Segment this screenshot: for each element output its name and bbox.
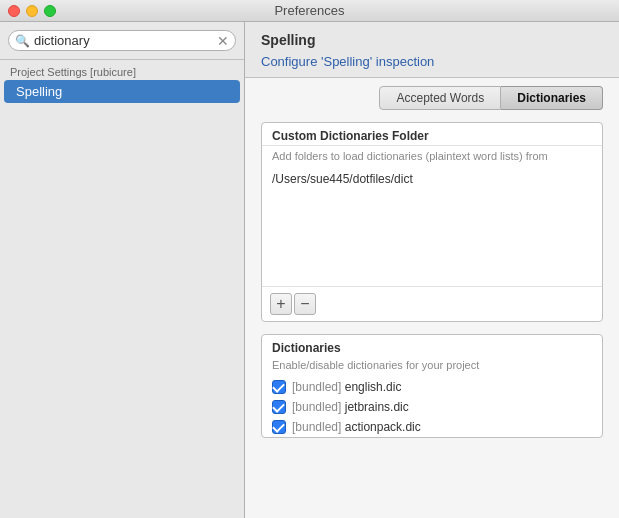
sidebar-group-label: Project Settings [rubicure] bbox=[0, 60, 244, 80]
add-folder-button[interactable]: + bbox=[270, 293, 292, 315]
search-input[interactable] bbox=[34, 33, 213, 48]
dict-label-actionpack: [bundled] actionpack.dic bbox=[292, 420, 421, 434]
window-title: Preferences bbox=[274, 3, 344, 18]
close-button[interactable] bbox=[8, 5, 20, 17]
panel-body: Custom Dictionaries Folder Add folders t… bbox=[245, 110, 619, 518]
minimize-button[interactable] bbox=[26, 5, 38, 17]
dictionaries-section-subtitle: Enable/disable dictionaries for your pro… bbox=[262, 357, 602, 377]
dict-item-actionpack: [bundled] actionpack.dic bbox=[262, 417, 602, 437]
configure-link[interactable]: Configure 'Spelling' inspection bbox=[261, 54, 434, 69]
search-icon: 🔍 bbox=[15, 34, 30, 48]
custom-folder-section: Custom Dictionaries Folder Add folders t… bbox=[261, 122, 603, 322]
dictionaries-section-title: Dictionaries bbox=[262, 335, 602, 357]
title-bar: Preferences bbox=[0, 0, 619, 22]
window-controls bbox=[8, 5, 56, 17]
dict-checkbox-english[interactable] bbox=[272, 380, 286, 394]
custom-folder-title: Custom Dictionaries Folder bbox=[262, 123, 602, 146]
dict-label-english: [bundled] english.dic bbox=[292, 380, 401, 394]
tab-dictionaries[interactable]: Dictionaries bbox=[501, 86, 603, 110]
folder-actions: + − bbox=[262, 286, 602, 321]
search-container: 🔍 ✕ bbox=[0, 22, 244, 60]
folder-list: /Users/sue445/dotfiles/dict bbox=[262, 166, 602, 286]
main-container: 🔍 ✕ Project Settings [rubicure] Spelling… bbox=[0, 22, 619, 518]
clear-search-icon[interactable]: ✕ bbox=[217, 34, 229, 48]
folder-item: /Users/sue445/dotfiles/dict bbox=[272, 170, 592, 188]
dict-checkbox-jetbrains[interactable] bbox=[272, 400, 286, 414]
content-header: Spelling Configure 'Spelling' inspection bbox=[245, 22, 619, 78]
tabs-row: Accepted Words Dictionaries bbox=[245, 78, 619, 110]
remove-folder-button[interactable]: − bbox=[294, 293, 316, 315]
dictionaries-section: Dictionaries Enable/disable dictionaries… bbox=[261, 334, 603, 438]
dict-checkbox-actionpack[interactable] bbox=[272, 420, 286, 434]
maximize-button[interactable] bbox=[44, 5, 56, 17]
sidebar: 🔍 ✕ Project Settings [rubicure] Spelling bbox=[0, 22, 245, 518]
content-title: Spelling bbox=[261, 32, 603, 48]
sidebar-item-spelling[interactable]: Spelling bbox=[4, 80, 240, 103]
dict-label-jetbrains: [bundled] jetbrains.dic bbox=[292, 400, 409, 414]
dict-item-english: [bundled] english.dic bbox=[262, 377, 602, 397]
content-area: Spelling Configure 'Spelling' inspection… bbox=[245, 22, 619, 518]
tab-accepted-words[interactable]: Accepted Words bbox=[379, 86, 501, 110]
search-wrapper: 🔍 ✕ bbox=[8, 30, 236, 51]
custom-folder-subtitle: Add folders to load dictionaries (plaint… bbox=[262, 146, 602, 166]
dict-item-jetbrains: [bundled] jetbrains.dic bbox=[262, 397, 602, 417]
